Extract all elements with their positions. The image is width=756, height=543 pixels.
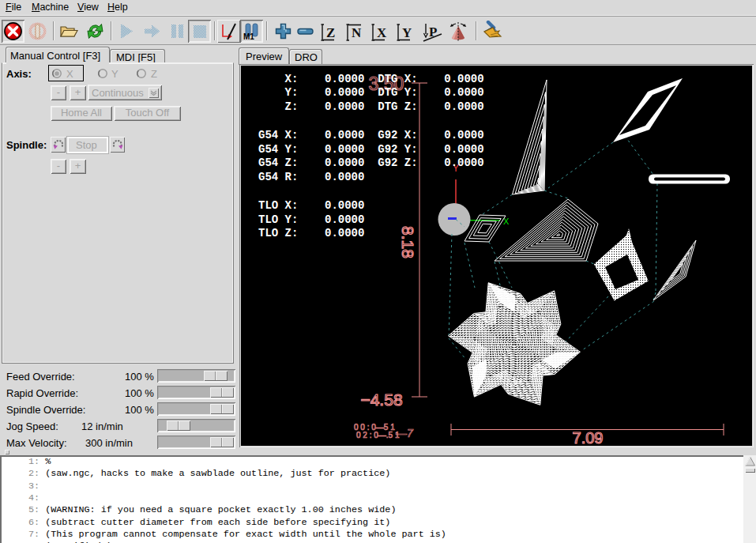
svg-text:—7: —7 (395, 427, 414, 439)
svg-text:0 2 : 0—.5 1: 0 2 : 0—.5 1 (356, 431, 400, 439)
svg-text:N: N (352, 25, 362, 40)
svg-text:X: X (377, 25, 387, 40)
svg-text:Z: Z (326, 25, 335, 40)
svg-text:Y: Y (402, 25, 412, 40)
svg-text:7.09: 7.09 (573, 429, 604, 446)
svg-text:M1: M1 (243, 32, 254, 41)
svg-text:−4.58: −4.58 (360, 390, 402, 409)
svg-text:P: P (429, 25, 437, 40)
